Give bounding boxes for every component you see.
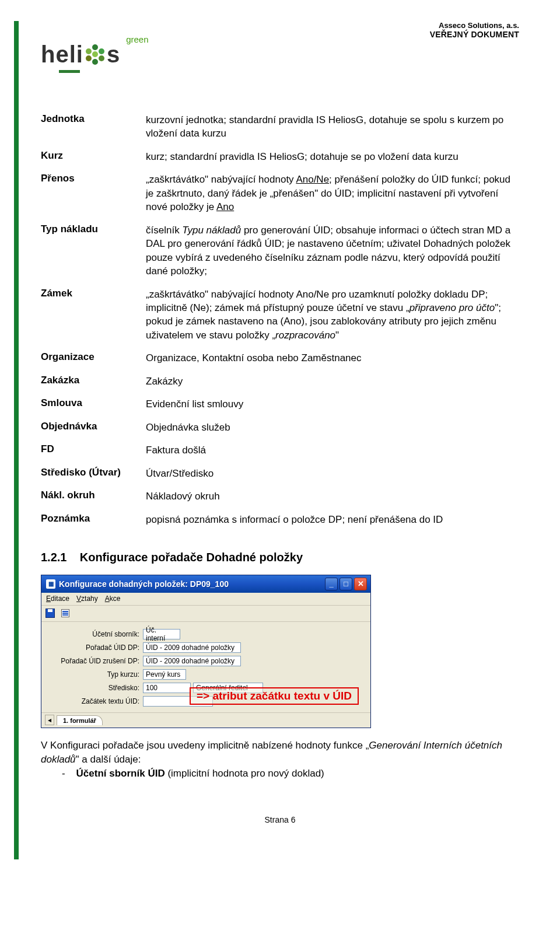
- field-label: Pořadač ÚID zrušení DP:: [47, 657, 143, 665]
- page-footer: Strana 6: [41, 815, 519, 824]
- menu-item[interactable]: Vztahy: [76, 595, 98, 603]
- config-window: ▦ Konfigurace dohadných položek: DP09_10…: [41, 575, 371, 728]
- form-tab[interactable]: 1. formulář: [57, 715, 103, 725]
- save-icon[interactable]: [45, 608, 55, 618]
- window-titlebar[interactable]: ▦ Konfigurace dohadných položek: DP09_10…: [41, 575, 370, 593]
- window-title: Konfigurace dohadných položek: DP09_100: [59, 579, 325, 589]
- section-title: Konfigurace pořadače Dohadné položky: [80, 551, 303, 564]
- definition-term: Kurz: [41, 145, 146, 168]
- field-label: Pořadač ÚID DP:: [47, 644, 143, 652]
- annotation-callout: => atribut začátku textu v ÚID: [190, 687, 359, 705]
- definition-term: Objednávka: [41, 416, 146, 439]
- bullet-line: - Účetní sborník ÚID (implicitní hodnota…: [62, 767, 519, 781]
- maximize-button[interactable]: □: [340, 578, 352, 590]
- tab-scroll-left-icon[interactable]: ◂: [45, 715, 54, 725]
- definition-row: Jednotkakurzovní jednotka; standardní pr…: [41, 109, 519, 145]
- definition-desc: Evidenční list smlouvy: [146, 393, 519, 415]
- definition-desc: Útvar/Středisko: [146, 462, 519, 485]
- definition-row: ZakázkaZakázky: [41, 370, 519, 393]
- definition-desc: Zakázky: [146, 370, 519, 393]
- logo-variant: green: [126, 34, 148, 44]
- doc-type: VEŘEJNÝ DOKUMENT: [430, 30, 519, 39]
- field-label: Typ kurzu:: [47, 670, 143, 679]
- definition-desc: Nákladový okruh: [146, 485, 519, 508]
- definition-term: Nákl. okruh: [41, 485, 146, 508]
- definition-row: ObjednávkaObjednávka služeb: [41, 416, 519, 439]
- definition-row: Poznámkapopisná poznámka s informací o p…: [41, 508, 519, 531]
- form-row: Pořadač ÚID DP:ÚID - 2009 dohadné položk…: [47, 642, 365, 653]
- field-value[interactable]: ÚID - 2009 dohadné položky: [143, 656, 241, 666]
- definition-term: Zámek: [41, 283, 146, 347]
- definition-desc: popisná poznámka s informací o položce D…: [146, 508, 519, 531]
- left-accent-bar: [14, 21, 19, 859]
- minimize-button[interactable]: _: [325, 578, 338, 590]
- definition-desc: kurz; standardní pravidla IS HeliosG; do…: [146, 145, 519, 168]
- flower-icon: [85, 44, 106, 65]
- definition-row: Zámek„zaškrtávátko" nabývající hodnoty A…: [41, 283, 519, 347]
- definition-desc: Organizace, Kontaktní osoba nebo Zaměstn…: [146, 347, 519, 369]
- definition-term: Poznámka: [41, 508, 146, 531]
- field-value[interactable]: Pevný kurs: [143, 669, 186, 680]
- form-row: Účetní sborník:Úč. interní: [47, 628, 365, 640]
- field-label: Středisko:: [47, 684, 143, 692]
- definition-row: Středisko (Útvar) Útvar/Středisko: [41, 462, 519, 485]
- definition-row: FDFaktura došlá: [41, 439, 519, 461]
- window-icon: ▦: [46, 579, 55, 589]
- definition-term: Zakázka: [41, 370, 146, 393]
- company-name: Asseco Solutions, a.s.: [430, 21, 519, 30]
- logo-text-1: heli: [41, 41, 83, 68]
- menu-item[interactable]: Akce: [105, 595, 121, 603]
- definition-list: Jednotkakurzovní jednotka; standardní pr…: [41, 109, 519, 531]
- definition-row: Přenos„zaškrtávátko" nabývající hodnoty …: [41, 168, 519, 218]
- field-value[interactable]: 100: [143, 683, 191, 693]
- logo-text-2: s: [107, 41, 120, 68]
- definition-term: Přenos: [41, 168, 146, 218]
- definition-desc: číselník Typu nákladů pro generování ÚID…: [146, 219, 519, 283]
- header-right: Asseco Solutions, a.s. VEŘEJNÝ DOKUMENT: [430, 21, 519, 39]
- field-label: Začátek textu ÚID:: [47, 697, 143, 705]
- definition-row: OrganizaceOrganizace, Kontaktní osoba ne…: [41, 347, 519, 369]
- window-toolbar: [41, 606, 370, 622]
- form-tab-label: 1. formulář: [63, 717, 96, 724]
- definition-row: Kurzkurz; standardní pravidla IS HeliosG…: [41, 145, 519, 168]
- definition-row: SmlouvaEvidenční list smlouvy: [41, 393, 519, 415]
- definition-desc: kurzovní jednotka; standardní pravidla I…: [146, 109, 519, 145]
- section-number: 1.2.1: [41, 551, 66, 564]
- definition-term: Jednotka: [41, 109, 146, 145]
- menu-item[interactable]: Editace: [46, 595, 69, 603]
- report-icon[interactable]: [60, 608, 71, 618]
- form-row: Typ kurzu:Pevný kurs: [47, 669, 365, 680]
- form-row: Pořadač ÚID zrušení DP:ÚID - 2009 dohadn…: [47, 655, 365, 667]
- field-value[interactable]: ÚID - 2009 dohadné položky: [143, 642, 241, 653]
- definition-term: Smlouva: [41, 393, 146, 415]
- definition-desc: „zaškrtávátko" nabývající hodnoty Ano/Ne…: [146, 168, 519, 218]
- field-label: Účetní sborník:: [47, 630, 143, 638]
- definition-term: FD: [41, 439, 146, 461]
- section-heading: 1.2.1 Konfigurace pořadače Dohadné polož…: [41, 551, 519, 564]
- definition-desc: Objednávka služeb: [146, 416, 519, 439]
- definition-desc: Faktura došlá: [146, 439, 519, 461]
- definition-row: Typ nákladučíselník Typu nákladů pro gen…: [41, 219, 519, 283]
- logo: heli s green: [41, 35, 519, 74]
- definition-row: Nákl. okruhNákladový okruh: [41, 485, 519, 508]
- definition-term: Středisko (Útvar): [41, 462, 146, 485]
- window-statusbar: ◂ 1. formulář: [41, 712, 370, 728]
- logo-underline: [59, 70, 80, 73]
- definition-desc: „zaškrtávátko" nabývající hodnoty Ano/Ne…: [146, 283, 519, 347]
- window-menu: EditaceVztahyAkce: [41, 593, 370, 606]
- definition-term: Organizace: [41, 347, 146, 369]
- close-button[interactable]: ✕: [354, 578, 367, 590]
- config-paragraph: V Konfiguraci pořadače jsou uvedeny impl…: [41, 739, 519, 780]
- definition-term: Typ nákladu: [41, 219, 146, 283]
- field-value[interactable]: Úč. interní: [143, 629, 180, 639]
